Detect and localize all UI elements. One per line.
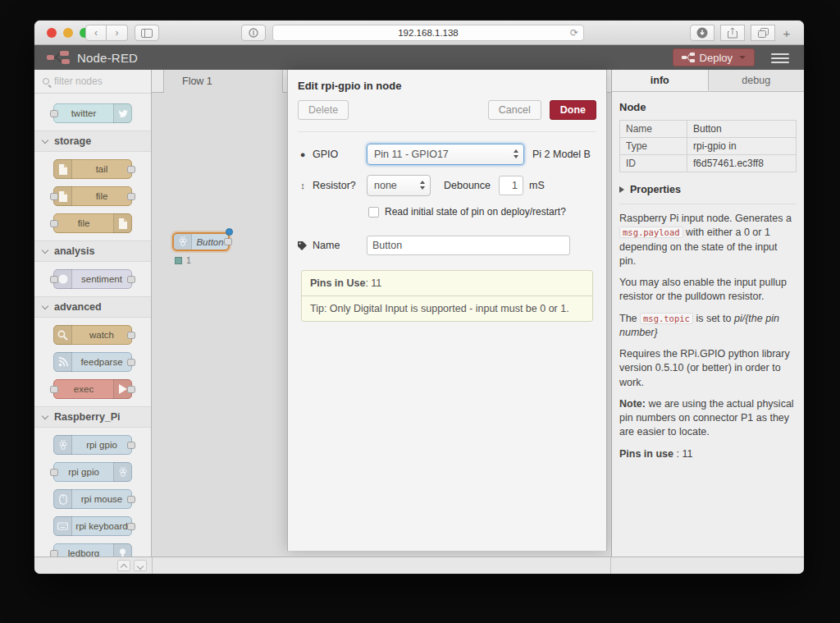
debounce-input[interactable] — [499, 176, 523, 195]
node-label: sentiment — [72, 274, 131, 284]
palette-category-advanced[interactable]: advanced — [34, 296, 151, 318]
node-label: tail — [72, 164, 131, 174]
chevron-up-icon — [121, 563, 127, 570]
flow-tab-label: Flow 1 — [182, 76, 212, 87]
canvas-node-button[interactable]: Button — [172, 232, 230, 251]
address-bar[interactable]: 192.168.1.138 ⟳ — [272, 25, 584, 41]
node-label: rpi keyboard — [72, 521, 131, 531]
share-icon — [728, 27, 737, 39]
sidebar-icon — [141, 29, 153, 38]
palette-node-rpi-gpio-out[interactable]: rpi gpio — [53, 462, 132, 482]
menu-button[interactable] — [771, 51, 789, 66]
browser-titlebar: ‹ › 192.168.1.138 ⟳ — [34, 21, 804, 45]
palette-node-file-out[interactable]: file — [53, 186, 132, 206]
share-button[interactable] — [720, 25, 745, 41]
category-label: analysis — [54, 245, 94, 257]
node-label: watch — [72, 330, 131, 340]
back-button[interactable]: ‹ — [85, 25, 107, 41]
downloads-button[interactable] — [690, 25, 714, 41]
select-stepper-icon — [420, 181, 425, 190]
new-tab-button[interactable]: + — [781, 26, 792, 40]
output-port — [127, 359, 135, 366]
palette-node-twitter[interactable]: twitter — [53, 103, 132, 123]
input-port — [50, 386, 58, 393]
collapse-all-button[interactable] — [117, 560, 130, 571]
palette-node-ledborg[interactable]: ledborg — [53, 543, 132, 557]
code-msg-payload: msg.payload — [619, 227, 683, 238]
info-paragraph: Requires the RPi.GPIO python library ver… — [619, 347, 797, 390]
node-palette: filter nodes twitter storage tail — [34, 70, 152, 557]
node-label: file — [72, 191, 131, 201]
info-paragraph: Raspberry Pi input node. Generates a msg… — [619, 212, 797, 268]
palette-node-exec[interactable]: exec — [53, 379, 132, 399]
expand-all-button[interactable] — [134, 560, 147, 571]
chevron-down-icon — [42, 302, 48, 309]
done-button[interactable]: Done — [550, 100, 596, 120]
tabs-icon — [758, 28, 769, 38]
palette-category-analysis[interactable]: analysis — [34, 240, 151, 262]
palette-node-rpi-mouse[interactable]: rpi mouse — [53, 489, 132, 509]
delete-button[interactable]: Delete — [298, 100, 349, 120]
tab-overview-button[interactable] — [751, 25, 775, 41]
category-label: Raspberry_Pi — [54, 411, 121, 423]
node-label: twitter — [54, 108, 113, 118]
mouse-icon — [54, 489, 72, 509]
palette-category-raspberry-pi[interactable]: Raspberry_Pi — [34, 406, 151, 428]
initial-state-checkbox[interactable] — [368, 207, 379, 218]
palette-node-file-in[interactable]: file — [53, 213, 132, 233]
sidebar-toggle-button[interactable] — [135, 25, 159, 41]
code-msg-topic: msg.topic — [640, 313, 693, 324]
cancel-button[interactable]: Cancel — [488, 100, 541, 120]
select-stepper-icon — [514, 149, 518, 158]
minimize-window-button[interactable] — [63, 28, 73, 38]
chevron-down-icon — [42, 412, 48, 419]
node-label: feedparse — [72, 357, 131, 367]
category-label: advanced — [54, 301, 102, 313]
file-icon — [113, 213, 131, 233]
palette-search[interactable]: filter nodes — [34, 70, 151, 94]
output-port — [127, 166, 135, 173]
workspace-footer — [34, 557, 804, 574]
palette-node-rpi-gpio-in[interactable]: rpi gpio — [53, 435, 132, 455]
palette-node-watch[interactable]: watch — [53, 325, 132, 345]
reload-icon[interactable]: ⟳ — [570, 27, 578, 39]
tab-debug[interactable]: debug — [709, 70, 805, 91]
tab-info[interactable]: info — [612, 70, 709, 91]
input-port — [50, 110, 58, 117]
palette-node-feedparse[interactable]: feedparse — [53, 352, 132, 372]
output-port — [127, 442, 135, 449]
flow-tab[interactable]: Flow 1 — [163, 70, 283, 93]
flow-canvas[interactable]: Flow 1 Button 1 Edit rpi-gpio in node De… — [152, 70, 611, 557]
pins-notice: Pins in Use: 11 Tip: Only Digital Input … — [301, 270, 593, 322]
raspberry-pi-icon — [54, 435, 72, 455]
search-icon — [43, 78, 49, 85]
palette-node-tail[interactable]: tail — [53, 159, 132, 179]
node-label: file — [54, 218, 113, 228]
arrows-vertical-icon: ↕ — [298, 181, 308, 190]
chevron-down-icon — [42, 246, 48, 253]
name-input[interactable] — [367, 236, 570, 255]
input-port — [50, 469, 58, 476]
palette-node-rpi-keyboard[interactable]: rpi keyboard — [53, 516, 132, 536]
page-info-button[interactable] — [241, 25, 266, 41]
keyboard-icon — [54, 516, 72, 536]
input-port — [50, 220, 58, 227]
properties-toggle[interactable]: Properties — [619, 181, 797, 204]
category-label: storage — [54, 135, 91, 147]
table-row: ID f6d57461.ec3ff8 — [620, 155, 797, 172]
browser-window: ‹ › 192.168.1.138 ⟳ — [34, 21, 804, 574]
tag-icon — [298, 241, 308, 250]
nodered-header: Node-RED Deploy — [34, 45, 804, 70]
forward-button[interactable]: › — [107, 25, 128, 41]
output-port[interactable] — [224, 238, 232, 245]
page-info-icon — [249, 28, 258, 38]
info-paragraph: The msg.topic is set to pi/{the pin numb… — [619, 312, 797, 341]
resistor-select[interactable]: none — [367, 175, 431, 196]
deploy-button[interactable]: Deploy — [673, 48, 755, 66]
deploy-caret-icon[interactable] — [739, 56, 746, 59]
palette-category-storage[interactable]: storage — [34, 131, 151, 152]
palette-node-sentiment[interactable]: sentiment — [53, 269, 132, 289]
gpio-select[interactable]: Pin 11 - GPIO17 — [367, 144, 524, 165]
close-window-button[interactable] — [47, 28, 57, 38]
rss-feed-icon — [54, 352, 72, 372]
